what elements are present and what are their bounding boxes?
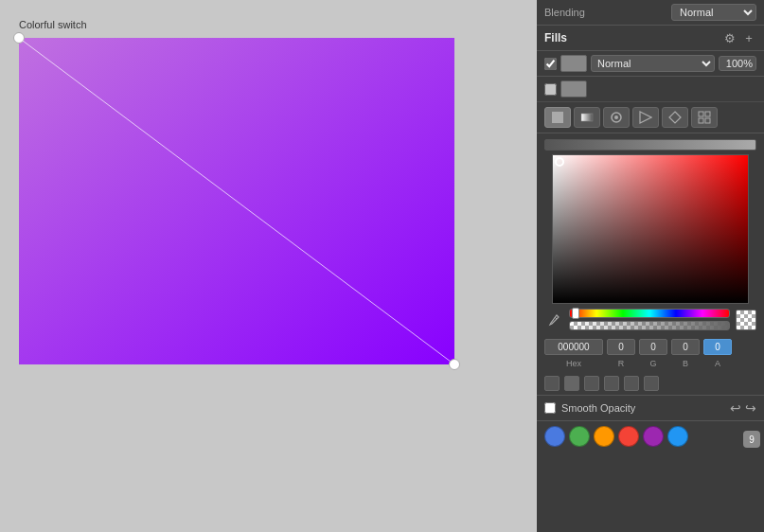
right-panel: Blending Normal Fills ⚙ + Normal [537, 0, 764, 532]
svg-rect-1 [552, 112, 563, 123]
fills-header: Fills ⚙ + [537, 26, 764, 51]
fill-opacity-input[interactable] [719, 56, 756, 71]
undo-redo-row: ↩ ↪ [730, 400, 756, 416]
fill-preview[interactable] [560, 55, 587, 72]
svg-line-11 [555, 317, 557, 319]
smooth-opacity-label: Smooth Opacity [561, 402, 724, 414]
r-label: R [607, 359, 635, 368]
fill-type-pattern[interactable] [691, 107, 718, 128]
fill-mode-select[interactable]: Normal [591, 55, 715, 72]
hue-slider-container [569, 309, 730, 330]
svg-rect-2 [581, 114, 593, 121]
angle-icon [639, 111, 652, 124]
radial-icon [610, 111, 623, 124]
fill-type-linear[interactable] [574, 107, 600, 128]
hex-input[interactable] [544, 339, 603, 355]
pattern-icon [698, 111, 711, 124]
alpha-slider[interactable] [569, 321, 730, 330]
inputs-row [537, 335, 764, 359]
swatch-check-5[interactable] [624, 376, 639, 391]
fills-settings-btn[interactable]: ⚙ [722, 30, 737, 45]
sliders-row [537, 304, 764, 335]
blending-label: Blending [544, 7, 585, 18]
fills-label: Fills [544, 31, 567, 44]
swatch-check-2[interactable] [564, 376, 579, 391]
swatch-check-1[interactable] [544, 376, 560, 391]
blending-row: Blending Normal [537, 0, 764, 26]
eyedropper-btn[interactable] [544, 310, 563, 329]
hex-label: Hex [544, 359, 603, 368]
swatch-green[interactable] [569, 426, 590, 447]
swatch-purple[interactable] [643, 426, 664, 447]
badge-count: 9 [743, 431, 760, 448]
fill-type-solid[interactable] [544, 107, 571, 128]
solid-icon [551, 111, 564, 124]
svg-rect-9 [699, 118, 703, 123]
svg-marker-6 [669, 112, 681, 123]
svg-line-0 [19, 38, 454, 364]
a-label: A [703, 359, 732, 368]
swatch-check-6[interactable] [644, 376, 659, 391]
blending-select[interactable]: Normal [671, 4, 756, 21]
diamond-icon [668, 111, 682, 124]
swatch-check-4[interactable] [604, 376, 619, 391]
fill-type-row [537, 102, 764, 133]
hue-slider[interactable] [569, 309, 730, 318]
swatch-blue[interactable] [544, 426, 565, 447]
input-labels-row: Hex R G B A [537, 359, 764, 372]
fill-checkbox[interactable] [544, 58, 557, 70]
swatches-check-row [537, 372, 764, 395]
fills-icons: ⚙ + [722, 30, 756, 45]
fill-item-row: Normal [537, 51, 764, 77]
g-label: G [639, 359, 667, 368]
fill-type-diamond[interactable] [662, 107, 688, 128]
svg-point-4 [614, 115, 618, 119]
canvas-area: Colorful switch [0, 0, 537, 532]
swatch-orange[interactable] [594, 426, 614, 447]
fill-type-angle[interactable] [632, 107, 659, 128]
redo-btn[interactable]: ↪ [745, 400, 756, 416]
fill-item-row-2 [537, 77, 764, 102]
bottom-swatches: 9 [537, 420, 764, 452]
gradient-handle-end[interactable] [449, 359, 460, 370]
color-crosshair[interactable] [555, 157, 564, 167]
svg-rect-10 [705, 118, 710, 123]
r-input[interactable] [607, 339, 635, 355]
top-slider[interactable] [544, 139, 756, 151]
svg-rect-8 [705, 112, 710, 116]
a-input[interactable] [703, 339, 732, 355]
smooth-opacity-row: Smooth Opacity ↩ ↪ [537, 395, 764, 420]
fill-type-radial[interactable] [603, 107, 630, 128]
b-label: B [671, 359, 700, 368]
swatch-light-blue[interactable] [667, 426, 688, 447]
gradient-line [19, 38, 454, 364]
swatch-check-3[interactable] [584, 376, 599, 391]
canvas-title: Colorful switch [19, 19, 518, 30]
color-gradient-area[interactable] [552, 154, 749, 304]
svg-marker-5 [640, 112, 651, 123]
fills-add-btn[interactable]: + [741, 30, 756, 45]
g-input[interactable] [639, 339, 667, 355]
alpha-preview [736, 310, 756, 330]
hue-slider-thumb[interactable] [572, 308, 579, 319]
fill-checkbox-2[interactable] [544, 83, 557, 96]
fill-preview-2[interactable] [560, 80, 587, 98]
hue-strip-container [537, 133, 764, 154]
gradient-canvas[interactable] [19, 38, 454, 364]
swatch-red[interactable] [618, 426, 639, 447]
linear-icon [580, 111, 594, 124]
color-gradient-wrapper [537, 154, 764, 304]
gradient-handle-start[interactable] [13, 32, 25, 44]
b-input[interactable] [671, 339, 700, 355]
smooth-opacity-checkbox[interactable] [544, 402, 556, 414]
undo-btn[interactable]: ↩ [730, 400, 741, 416]
svg-rect-7 [699, 112, 703, 116]
eyedropper-icon [547, 313, 560, 327]
